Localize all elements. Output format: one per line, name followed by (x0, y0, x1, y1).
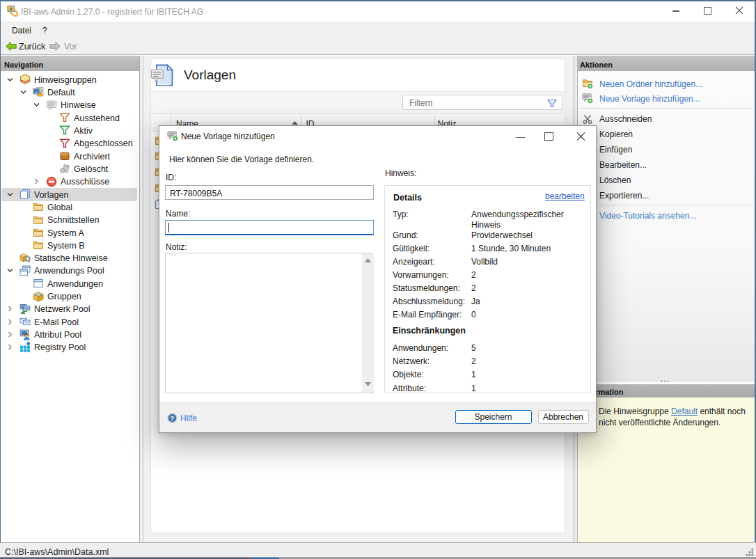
svg-text:?: ? (171, 414, 175, 422)
